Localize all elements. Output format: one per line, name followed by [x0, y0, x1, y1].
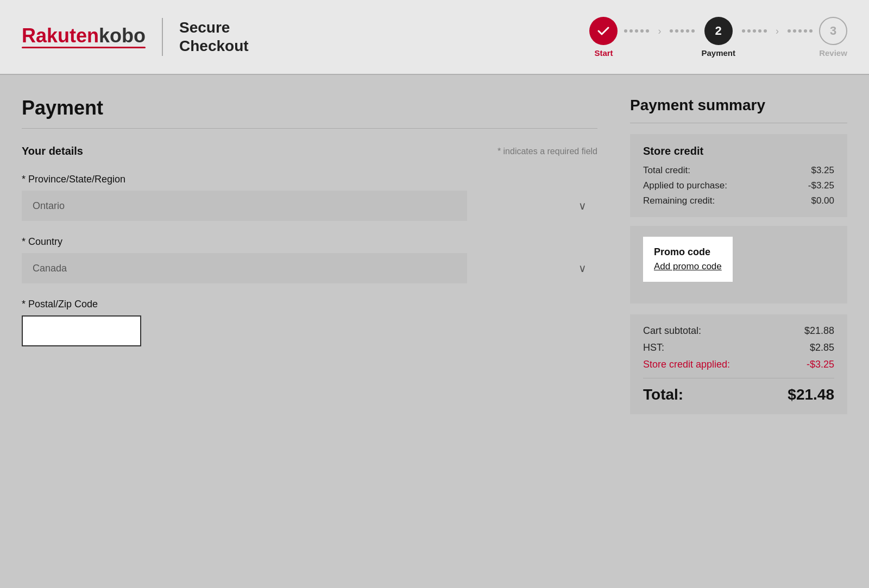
checkout-steps: Start › 2 Payment [589, 17, 847, 58]
province-field-group: * Province/State/Region Ontario ∨ [22, 174, 597, 221]
applied-credit-value: -$3.25 [808, 180, 834, 191]
logo-kobo: kobo [99, 24, 146, 47]
step-review-circle: 3 [819, 17, 847, 45]
step-payment-label: Payment [701, 48, 735, 58]
logo-rakuten: Rakuten [22, 24, 99, 47]
remaining-credit-label: Remaining credit: [643, 195, 715, 206]
dot [742, 29, 745, 33]
total-credit-row: Total credit: $3.25 [643, 165, 834, 176]
step-payment-circle: 2 [704, 17, 733, 45]
step-start-circle [589, 17, 618, 45]
dot [686, 29, 689, 33]
dot [640, 29, 644, 33]
cart-subtotal-value: $21.88 [804, 325, 834, 337]
step-review-label: Review [819, 48, 847, 58]
dot [646, 29, 649, 33]
province-select-wrapper[interactable]: Ontario ∨ [22, 191, 597, 221]
dot [809, 29, 813, 33]
dot [691, 29, 695, 33]
payment-form: Payment Your details * indicates a requi… [22, 97, 630, 564]
header: Rakutenkobo SecureCheckout Start › [0, 0, 869, 75]
dot [793, 29, 796, 33]
required-note: * indicates a required field [498, 147, 597, 156]
promo-box: Promo code Add promo code [643, 237, 733, 282]
header-divider [162, 18, 163, 56]
step-dots-2 [663, 29, 701, 33]
logo-underline [22, 47, 146, 48]
step-dots-3 [735, 29, 773, 33]
step-dots-4 [781, 29, 819, 33]
logo: Rakutenkobo [22, 26, 146, 48]
main-content: Payment Your details * indicates a requi… [0, 75, 869, 564]
store-credit-applied-row: Store credit applied: -$3.25 [643, 359, 834, 370]
cart-summary-section: Cart subtotal: $21.88 HST: $2.85 Store c… [630, 314, 847, 414]
step-payment: 2 Payment [701, 17, 735, 58]
total-row: Total: $21.48 [643, 378, 834, 403]
logo-area: Rakutenkobo [22, 26, 146, 48]
hst-value: $2.85 [810, 342, 834, 353]
cart-subtotal-row: Cart subtotal: $21.88 [643, 325, 834, 337]
chevron-down-icon: ∨ [578, 199, 587, 212]
promo-title: Promo code [654, 246, 722, 258]
dot [635, 29, 638, 33]
arrow-right-icon-2: › [776, 26, 779, 37]
your-details-label: Your details [22, 145, 83, 157]
arrow-right-icon: › [658, 26, 661, 37]
dot [681, 29, 684, 33]
dot [747, 29, 751, 33]
payment-summary: Payment summary Store credit Total credi… [630, 97, 847, 564]
dot [753, 29, 756, 33]
chevron-down-icon-country: ∨ [578, 262, 587, 275]
dot [624, 29, 627, 33]
total-label: Total: [643, 386, 683, 403]
summary-title: Payment summary [630, 97, 847, 123]
remaining-credit-row: Remaining credit: $0.00 [643, 195, 834, 206]
dot [629, 29, 633, 33]
your-details-row: Your details * indicates a required fiel… [22, 145, 597, 157]
step-dots-1 [618, 29, 656, 33]
hst-label: HST: [643, 342, 664, 353]
total-value: $21.48 [788, 386, 834, 403]
dot [798, 29, 802, 33]
total-credit-value: $3.25 [811, 165, 834, 176]
step-start-label: Start [594, 48, 613, 58]
dot [788, 29, 791, 33]
payment-title: Payment [22, 97, 597, 129]
dot [670, 29, 673, 33]
country-select-wrapper[interactable]: Canada ∨ [22, 253, 597, 283]
secure-checkout-title: SecureCheckout [179, 18, 249, 55]
store-credit-box: Store credit Total credit: $3.25 Applied… [630, 134, 847, 217]
store-credit-title: Store credit [643, 145, 834, 157]
remaining-credit-value: $0.00 [811, 195, 834, 206]
step-review: 3 Review [819, 17, 847, 58]
step-start: Start [589, 17, 618, 58]
country-field-group: * Country Canada ∨ [22, 236, 597, 283]
dot [764, 29, 767, 33]
applied-credit-label: Applied to purchase: [643, 180, 727, 191]
checkmark-icon [596, 23, 611, 39]
applied-credit-row: Applied to purchase: -$3.25 [643, 180, 834, 191]
add-promo-code-link[interactable]: Add promo code [654, 261, 722, 271]
province-label: * Province/State/Region [22, 174, 597, 185]
store-credit-applied-value: -$3.25 [807, 359, 834, 370]
cart-subtotal-label: Cart subtotal: [643, 325, 701, 337]
promo-container: Promo code Add promo code [630, 226, 847, 304]
country-label: * Country [22, 236, 597, 248]
province-select[interactable]: Ontario [22, 191, 467, 221]
postal-field-group: * Postal/Zip Code [22, 299, 597, 346]
dot [804, 29, 807, 33]
dot [675, 29, 678, 33]
hst-row: HST: $2.85 [643, 342, 834, 353]
dot [758, 29, 761, 33]
total-credit-label: Total credit: [643, 165, 690, 176]
country-select[interactable]: Canada [22, 253, 467, 283]
postal-input[interactable] [22, 315, 141, 346]
postal-label: * Postal/Zip Code [22, 299, 597, 310]
store-credit-applied-label: Store credit applied: [643, 359, 730, 370]
